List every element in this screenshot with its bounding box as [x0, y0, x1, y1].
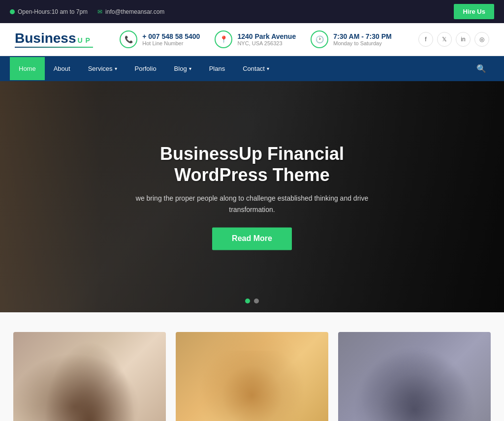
card-2 [176, 332, 328, 421]
card-2-image [176, 332, 328, 421]
services-dropdown-arrow: ▾ [115, 66, 117, 71]
hours-sub: Monday to Saturday [333, 40, 392, 46]
phone-label: Hot Line Number [142, 40, 200, 46]
card-1 [13, 332, 166, 421]
hero-title: BusinessUp Financial WordPress Theme [129, 143, 375, 185]
nav-links: Home About Services ▾ Porfolio Blog ▾ Pl… [10, 57, 278, 80]
linkedin-icon[interactable]: in [456, 32, 471, 47]
instagram-icon[interactable]: ◎ [474, 32, 489, 47]
contact-phone-info: + 007 548 58 5400 Hot Line Number [142, 32, 200, 46]
open-dot-icon [10, 9, 15, 14]
logo: Business UP [15, 31, 93, 48]
nav-item-blog[interactable]: Blog ▾ [165, 57, 200, 80]
address-main: 1240 Park Avenue [237, 32, 296, 40]
hours-main: 7:30 AM - 7:30 PM [333, 32, 392, 40]
open-hours-text: Open-Hours:10 am to 7pm [18, 8, 88, 15]
phone-number: + 007 548 58 5400 [142, 32, 200, 40]
nav-item-plans[interactable]: Plans [200, 57, 234, 80]
nav-item-contact[interactable]: Contact ▾ [234, 57, 278, 80]
card-3-image [338, 332, 491, 421]
hero-subtitle: we bring the proper people along to chal… [129, 193, 375, 215]
hero-dot-2[interactable] [254, 299, 259, 303]
address-sub: NYC, USA 256323 [237, 40, 296, 46]
main-nav: Home About Services ▾ Porfolio Blog ▾ Pl… [0, 56, 504, 81]
blog-dropdown-arrow: ▾ [189, 66, 191, 71]
contact-hours: 🕐 7:30 AM - 7:30 PM Monday to Saturday [311, 30, 392, 48]
email-icon: ✉ [97, 8, 102, 15]
header: Business UP 📞 + 007 548 58 5400 Hot Line… [0, 23, 504, 56]
twitter-icon[interactable]: 𝕏 [437, 32, 452, 47]
hero-content: BusinessUp Financial WordPress Theme we … [129, 143, 375, 250]
card-2-figure [191, 351, 313, 421]
read-more-button[interactable]: Read More [212, 228, 292, 250]
hire-us-button[interactable]: Hire Us [454, 4, 494, 19]
social-icons: f 𝕏 in ◎ [418, 32, 489, 47]
hero-dot-1[interactable] [245, 299, 250, 303]
search-icon[interactable]: 🔍 [469, 56, 494, 81]
contact-dropdown-arrow: ▾ [267, 66, 269, 71]
top-bar-left: Open-Hours:10 am to 7pm ✉ info@themeansa… [10, 8, 164, 15]
clock-icon: 🕐 [311, 30, 328, 48]
cards-section [0, 312, 504, 421]
email-item: ✉ info@themeansar.com [97, 8, 164, 15]
location-icon: 📍 [215, 30, 232, 48]
card-1-figure [44, 341, 135, 421]
logo-line [15, 47, 93, 48]
nav-item-about[interactable]: About [45, 57, 79, 80]
phone-icon: 📞 [120, 30, 137, 48]
contact-hours-info: 7:30 AM - 7:30 PM Monday to Saturday [333, 32, 392, 46]
contact-location: 📍 1240 Park Avenue NYC, USA 256323 [215, 30, 296, 48]
open-hours-item: Open-Hours:10 am to 7pm [10, 8, 88, 15]
top-bar: Open-Hours:10 am to 7pm ✉ info@themeansa… [0, 0, 504, 23]
nav-item-home[interactable]: Home [10, 57, 45, 80]
logo-business-text: Business [15, 31, 76, 45]
nav-item-portfolio[interactable]: Porfolio [126, 57, 165, 80]
card-1-image [13, 332, 166, 421]
header-contacts: 📞 + 007 548 58 5400 Hot Line Number 📍 12… [120, 30, 392, 48]
logo-up-text: UP [78, 37, 93, 44]
card-3-figure [353, 346, 475, 421]
email-text: info@themeansar.com [105, 8, 164, 15]
hero-section: BusinessUp Financial WordPress Theme we … [0, 81, 504, 312]
hero-dots [245, 299, 259, 303]
contact-location-info: 1240 Park Avenue NYC, USA 256323 [237, 32, 296, 46]
card-3 [338, 332, 491, 421]
facebook-icon[interactable]: f [418, 32, 433, 47]
contact-phone: 📞 + 007 548 58 5400 Hot Line Number [120, 30, 200, 48]
nav-item-services[interactable]: Services ▾ [79, 57, 126, 80]
